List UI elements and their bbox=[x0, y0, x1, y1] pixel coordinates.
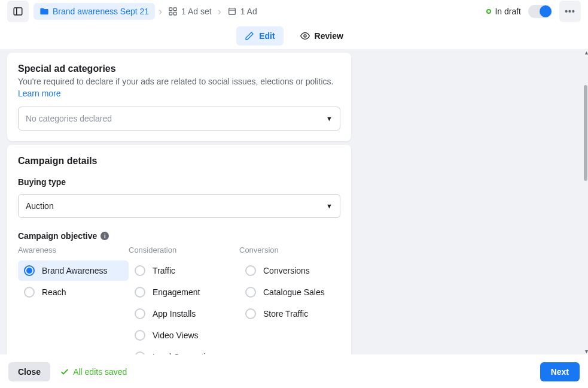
objective-video-views[interactable]: Video Views bbox=[129, 325, 239, 345]
check-icon bbox=[60, 367, 69, 377]
campaign-details-card: Campaign details Buying type Auction ▼ C… bbox=[7, 145, 351, 354]
objective-catalogue-sales[interactable]: Catalogue Sales bbox=[239, 282, 350, 302]
radio-icon bbox=[135, 265, 145, 276]
campaign-details-title: Campaign details bbox=[18, 156, 340, 166]
radio-icon bbox=[135, 330, 145, 341]
chevron-right-icon: › bbox=[218, 5, 221, 18]
buying-type-label: Buying type bbox=[18, 177, 340, 187]
folder-icon bbox=[39, 7, 49, 16]
dropdown-placeholder: No categories declared bbox=[26, 114, 112, 123]
objective-lead-generation[interactable]: Lead Generation bbox=[129, 347, 239, 354]
more-options-button[interactable]: ••• bbox=[559, 1, 581, 22]
tab-review[interactable]: Review bbox=[292, 26, 352, 46]
learn-more-link[interactable]: Learn more bbox=[18, 89, 61, 98]
campaign-name: Brand awareness Sept 21 bbox=[53, 7, 149, 16]
objective-conversions[interactable]: Conversions bbox=[239, 260, 350, 281]
adset-label: 1 Ad set bbox=[181, 7, 212, 16]
svg-rect-5 bbox=[173, 12, 176, 15]
radio-label: Reach bbox=[42, 287, 66, 297]
grid-icon bbox=[168, 7, 178, 16]
svg-rect-6 bbox=[229, 8, 235, 15]
info-icon[interactable]: i bbox=[100, 232, 109, 240]
radio-label: Brand Awareness bbox=[42, 266, 107, 275]
eye-icon bbox=[300, 31, 310, 41]
chevron-right-icon: › bbox=[159, 5, 162, 18]
radio-label: Catalogue Sales bbox=[263, 287, 325, 297]
buying-type-value: Auction bbox=[26, 201, 54, 211]
panel-icon bbox=[13, 6, 23, 17]
objective-engagement[interactable]: Engagement bbox=[129, 282, 239, 302]
ad-label: 1 Ad bbox=[240, 7, 257, 16]
breadcrumb: Brand awareness Sept 21 › 1 Ad set › 1 A… bbox=[33, 3, 482, 20]
radio-label: App Installs bbox=[153, 309, 196, 319]
special-categories-card: Special ad categories You're required to… bbox=[7, 53, 351, 141]
status-text: In draft bbox=[495, 7, 521, 16]
next-button[interactable]: Next bbox=[540, 362, 580, 381]
svg-point-8 bbox=[304, 35, 306, 37]
tab-review-label: Review bbox=[315, 31, 343, 41]
radio-icon bbox=[24, 287, 35, 298]
radio-label: Store Traffic bbox=[263, 309, 308, 319]
special-categories-title: Special ad categories bbox=[18, 63, 340, 74]
caret-down-icon: ▼ bbox=[326, 202, 333, 210]
save-status: All edits saved bbox=[60, 367, 531, 377]
svg-rect-3 bbox=[173, 8, 176, 11]
svg-rect-0 bbox=[14, 8, 22, 15]
radio-label: Engagement bbox=[153, 287, 200, 297]
radio-label: Conversions bbox=[263, 266, 310, 275]
scrollbar-thumb[interactable] bbox=[584, 85, 587, 181]
breadcrumb-campaign[interactable]: Brand awareness Sept 21 bbox=[33, 3, 155, 20]
close-button[interactable]: Close bbox=[8, 362, 50, 381]
breadcrumb-adset[interactable]: 1 Ad set bbox=[166, 7, 214, 16]
objective-reach[interactable]: Reach bbox=[18, 282, 129, 302]
ellipsis-icon: ••• bbox=[565, 7, 575, 16]
objective-traffic[interactable]: Traffic bbox=[129, 260, 239, 281]
svg-rect-4 bbox=[169, 12, 172, 15]
svg-rect-2 bbox=[169, 8, 172, 11]
tab-edit[interactable]: Edit bbox=[236, 26, 283, 46]
status-indicator: In draft bbox=[486, 7, 521, 16]
col-consideration-title: Consideration bbox=[129, 245, 239, 254]
special-categories-desc: You're required to declare if your ads a… bbox=[18, 77, 340, 86]
campaign-toggle[interactable] bbox=[528, 5, 552, 18]
radio-icon bbox=[245, 265, 256, 276]
objective-store-traffic[interactable]: Store Traffic bbox=[239, 304, 350, 324]
objective-app-installs[interactable]: App Installs bbox=[129, 304, 239, 324]
radio-icon bbox=[245, 308, 256, 319]
radio-label: Video Views bbox=[153, 331, 199, 340]
col-awareness-title: Awareness bbox=[18, 245, 129, 254]
radio-icon bbox=[24, 265, 35, 276]
col-conversion-title: Conversion bbox=[239, 245, 350, 254]
caret-down-icon: ▼ bbox=[326, 115, 333, 122]
pencil-icon bbox=[245, 31, 254, 41]
scroll-up-icon[interactable]: ▴ bbox=[585, 49, 588, 56]
toggle-knob bbox=[540, 5, 552, 17]
save-status-text: All edits saved bbox=[73, 367, 127, 377]
panel-toggle-button[interactable] bbox=[7, 1, 29, 22]
ad-icon bbox=[227, 7, 237, 16]
status-dot-icon bbox=[486, 9, 491, 14]
tab-edit-label: Edit bbox=[259, 31, 275, 41]
radio-label: Traffic bbox=[153, 266, 175, 275]
buying-type-dropdown[interactable]: Auction ▼ bbox=[18, 194, 340, 218]
radio-icon bbox=[245, 287, 256, 298]
objective-label: Campaign objective bbox=[18, 231, 97, 241]
objective-brand-awareness[interactable]: Brand Awareness bbox=[18, 260, 129, 281]
radio-icon bbox=[135, 287, 145, 298]
scrollbar[interactable]: ▴ ▾ bbox=[582, 49, 588, 354]
breadcrumb-ad[interactable]: 1 Ad bbox=[225, 7, 260, 16]
radio-icon bbox=[135, 308, 145, 319]
special-categories-dropdown[interactable]: No categories declared ▼ bbox=[18, 107, 340, 131]
scroll-down-icon[interactable]: ▾ bbox=[585, 348, 588, 354]
